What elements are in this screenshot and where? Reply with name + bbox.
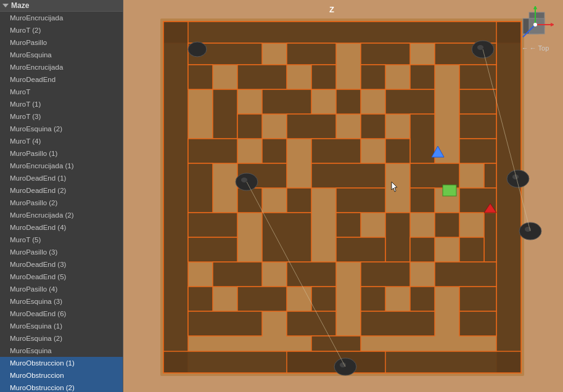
sidebar-item[interactable]: MuroDeadEnd xyxy=(0,73,123,86)
svg-rect-59 xyxy=(459,139,496,163)
svg-point-146 xyxy=(188,42,207,57)
sidebar-item[interactable]: MuroEsquina (1) xyxy=(0,320,123,332)
svg-rect-133 xyxy=(443,185,456,196)
svg-rect-127 xyxy=(459,311,496,336)
sidebar-item[interactable]: MuroT (4) xyxy=(0,135,123,147)
sidebar-item[interactable]: MuroT (2) xyxy=(0,24,123,36)
sidebar-item[interactable]: MuroDeadEnd (6) xyxy=(0,308,123,320)
sidebar-item[interactable]: MuroObstruccion xyxy=(0,369,123,382)
svg-rect-103 xyxy=(287,262,336,287)
svg-rect-39 xyxy=(459,89,496,114)
svg-point-145 xyxy=(241,178,247,182)
svg-rect-83 xyxy=(262,213,311,262)
svg-rect-119 xyxy=(459,287,496,311)
svg-marker-157 xyxy=(533,6,537,9)
sidebar-item[interactable]: MuroDeadEnd (1) xyxy=(0,172,123,184)
scene-gizmo: ← ← Top xyxy=(514,6,557,80)
gizmo-axes xyxy=(517,6,554,43)
scene-viewport[interactable]: Z ← ← Top xyxy=(123,0,563,392)
sidebar-item[interactable]: MuroT (1) xyxy=(0,98,123,110)
sidebar-item[interactable]: MuroEsquina (2) xyxy=(0,332,123,345)
svg-rect-89 xyxy=(435,213,459,237)
sidebar-item[interactable]: MuroPasillo xyxy=(0,36,123,49)
svg-rect-97 xyxy=(410,237,435,262)
sidebar-item[interactable]: MuroObstruccion (2) xyxy=(0,382,123,392)
gizmo-top-text: ← Top xyxy=(530,44,549,52)
svg-rect-71 xyxy=(237,188,262,213)
svg-rect-105 xyxy=(361,262,410,287)
sidebar-item[interactable]: MuroObstruccion (1) xyxy=(0,357,123,369)
svg-rect-125 xyxy=(361,311,435,336)
svg-rect-69 xyxy=(484,163,496,188)
svg-rect-27 xyxy=(410,65,435,89)
sidebar-item[interactable]: MuroEncrucijada xyxy=(0,12,123,24)
svg-rect-115 xyxy=(361,287,385,311)
svg-rect-19 xyxy=(188,65,213,89)
sidebar: Maze MuroEncrucijadaMuroT (2)MuroPasillo… xyxy=(0,0,123,392)
gizmo-top-label[interactable]: ← ← Top xyxy=(522,44,549,52)
svg-rect-99 xyxy=(459,237,484,262)
svg-rect-57 xyxy=(385,139,410,163)
svg-rect-123 xyxy=(287,311,336,336)
svg-rect-117 xyxy=(410,287,435,311)
svg-rect-33 xyxy=(262,89,311,114)
sidebar-item[interactable]: MuroEsquina (2) xyxy=(0,123,123,135)
svg-rect-13 xyxy=(287,43,336,65)
sidebar-header[interactable]: Maze xyxy=(0,0,123,12)
svg-rect-45 xyxy=(361,114,385,139)
svg-rect-77 xyxy=(410,188,435,213)
sidebar-item[interactable]: MuroPasillo (1) xyxy=(0,147,123,160)
svg-rect-95 xyxy=(336,237,385,262)
sidebar-list[interactable]: MuroEncrucijadaMuroT (2)MuroPasilloMuroE… xyxy=(0,12,123,392)
svg-rect-109 xyxy=(188,287,213,311)
svg-rect-111 xyxy=(237,287,287,311)
svg-rect-101 xyxy=(213,262,262,287)
sidebar-item[interactable]: MuroEsquina (3) xyxy=(0,295,123,308)
svg-rect-93 xyxy=(188,237,237,262)
svg-rect-49 xyxy=(459,114,496,139)
svg-rect-37 xyxy=(385,89,435,114)
svg-rect-121 xyxy=(188,311,262,336)
svg-rect-25 xyxy=(361,65,385,89)
sidebar-item[interactable]: MuroT (3) xyxy=(0,110,123,123)
sidebar-item[interactable]: MuroDeadEnd (4) xyxy=(0,221,123,234)
sidebar-item[interactable]: MuroT xyxy=(0,86,123,98)
sidebar-item[interactable]: MuroEncrucijada xyxy=(0,61,123,73)
svg-rect-65 xyxy=(311,163,385,188)
svg-rect-31 xyxy=(213,89,237,139)
svg-rect-5 xyxy=(163,22,188,373)
svg-rect-51 xyxy=(188,139,237,163)
svg-rect-23 xyxy=(311,65,336,89)
svg-rect-61 xyxy=(188,163,213,213)
sidebar-item[interactable]: MuroDeadEnd (5) xyxy=(0,271,123,283)
svg-rect-113 xyxy=(311,287,336,311)
svg-rect-53 xyxy=(262,139,287,163)
svg-rect-29 xyxy=(459,65,496,89)
svg-rect-43 xyxy=(287,114,336,139)
svg-rect-41 xyxy=(237,114,262,139)
sidebar-item[interactable]: MuroPasillo (3) xyxy=(0,246,123,258)
svg-rect-3 xyxy=(163,22,521,43)
sidebar-title: Maze xyxy=(11,1,29,10)
svg-rect-153 xyxy=(529,18,545,34)
sidebar-item[interactable]: MuroDeadEnd (3) xyxy=(0,258,123,271)
svg-rect-73 xyxy=(287,188,311,213)
svg-rect-35 xyxy=(336,89,361,114)
sidebar-item[interactable]: MuroEncrucijada (1) xyxy=(0,160,123,172)
collapse-icon xyxy=(2,4,9,7)
svg-rect-67 xyxy=(410,163,459,188)
sidebar-item[interactable]: MuroT (5) xyxy=(0,234,123,246)
sidebar-item[interactable]: MuroEsquina xyxy=(0,345,123,357)
svg-rect-75 xyxy=(336,188,385,213)
svg-rect-81 xyxy=(188,213,237,237)
svg-text:Z: Z xyxy=(329,5,334,14)
sidebar-item[interactable]: MuroEsquina xyxy=(0,49,123,61)
svg-rect-107 xyxy=(435,262,496,287)
sidebar-item[interactable]: MuroPasillo (2) xyxy=(0,197,123,209)
sidebar-item[interactable]: MuroEncrucijada (2) xyxy=(0,209,123,221)
svg-rect-47 xyxy=(410,114,435,163)
sidebar-item[interactable]: MuroDeadEnd (2) xyxy=(0,184,123,197)
svg-marker-155 xyxy=(551,23,554,27)
svg-rect-85 xyxy=(336,213,361,237)
sidebar-item[interactable]: MuroPasillo (4) xyxy=(0,283,123,295)
